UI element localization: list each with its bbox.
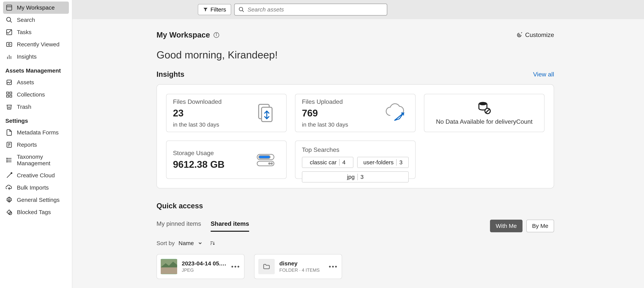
chip-divider bbox=[396, 159, 396, 166]
filter-icon bbox=[203, 7, 208, 12]
card-sub: in the last 30 days bbox=[302, 121, 348, 128]
more-icon[interactable]: ••• bbox=[231, 263, 240, 270]
topbar: Filters bbox=[72, 0, 644, 19]
filters-label: Filters bbox=[210, 6, 226, 13]
filters-button[interactable]: Filters bbox=[198, 4, 231, 15]
sidebar-item-reports[interactable]: Reports bbox=[3, 139, 69, 151]
svg-rect-11 bbox=[7, 92, 9, 94]
svg-point-2 bbox=[7, 18, 11, 22]
chip-divider bbox=[358, 174, 358, 180]
insights-panel: Files Downloaded 23 in the last 30 days … bbox=[156, 84, 554, 188]
toggle-with-me[interactable]: With Me bbox=[490, 220, 522, 232]
nodata-label: No Data Available for deliveryCount bbox=[436, 118, 533, 125]
sort-label: Sort by bbox=[156, 240, 175, 246]
svg-point-25 bbox=[7, 160, 7, 160]
sidebar-item-blocked-tags[interactable]: Blocked Tags bbox=[3, 206, 69, 218]
svg-point-37 bbox=[518, 34, 520, 36]
chip-divider bbox=[339, 159, 340, 166]
svg-line-38 bbox=[521, 32, 522, 33]
quick-items: 2023-04-14 05.1… JPEG ••• disney FOLDER … bbox=[156, 254, 554, 279]
sidebar-item-label: Assets bbox=[17, 79, 34, 86]
main: Filters My Workspace Customize Goo bbox=[72, 0, 644, 288]
svg-point-29 bbox=[8, 199, 10, 201]
svg-rect-46 bbox=[259, 155, 270, 159]
gear-icon bbox=[6, 196, 13, 203]
sidebar-item-insights[interactable]: Insights bbox=[3, 51, 69, 63]
sidebar-item-myworkspace[interactable]: My Workspace bbox=[3, 2, 69, 14]
sidebar-item-creative-cloud[interactable]: Creative Cloud bbox=[3, 169, 69, 181]
info-icon[interactable] bbox=[213, 32, 220, 38]
search-wrap[interactable] bbox=[234, 4, 387, 16]
customize-label: Customize bbox=[525, 32, 554, 39]
sidebar-item-taxonomy[interactable]: Taxonomy Management bbox=[3, 151, 69, 169]
search-input[interactable] bbox=[248, 6, 383, 13]
svg-point-36 bbox=[216, 34, 217, 34]
card-value: 23 bbox=[173, 108, 222, 119]
creative-icon bbox=[6, 172, 13, 179]
svg-rect-13 bbox=[7, 95, 9, 97]
sidebar-item-general-settings[interactable]: General Settings bbox=[3, 194, 69, 206]
sidebar-item-search[interactable]: Search bbox=[3, 14, 69, 26]
sidebar-item-trash[interactable]: Trash bbox=[3, 101, 69, 113]
toggle-by-me[interactable]: By Me bbox=[526, 220, 554, 232]
sort-direction-icon[interactable] bbox=[210, 240, 215, 246]
chevron-down-icon[interactable] bbox=[198, 241, 202, 246]
svg-line-31 bbox=[10, 212, 11, 214]
card-files-downloaded[interactable]: Files Downloaded 23 in the last 30 days bbox=[166, 94, 286, 132]
tasks-icon bbox=[6, 29, 13, 36]
item-thumbnail bbox=[258, 259, 275, 274]
search-chip[interactable]: classic car 4 bbox=[302, 157, 354, 168]
card-files-uploaded[interactable]: Files Uploaded 769 in the last 30 days bbox=[295, 94, 416, 132]
svg-point-24 bbox=[7, 158, 7, 159]
content: My Workspace Customize Good morning, Kir… bbox=[72, 19, 644, 279]
svg-rect-10 bbox=[7, 80, 12, 85]
chip-term: jpg bbox=[347, 174, 355, 180]
blocked-icon bbox=[6, 209, 13, 216]
sidebar-item-label: Bulk Imports bbox=[17, 184, 49, 191]
card-top-searches[interactable]: Top Searches classic car 4 user-folders … bbox=[295, 141, 416, 179]
item-title: disney bbox=[279, 260, 324, 267]
recent-icon bbox=[6, 41, 13, 48]
storage-icon bbox=[253, 146, 280, 173]
sidebar-item-label: Recently Viewed bbox=[17, 41, 60, 48]
metadata-icon bbox=[6, 129, 13, 136]
tab-pinned[interactable]: My pinned items bbox=[156, 220, 201, 232]
chip-count: 4 bbox=[342, 159, 346, 166]
sidebar-item-tasks[interactable]: Tasks bbox=[3, 26, 69, 38]
more-icon[interactable]: ••• bbox=[329, 263, 338, 270]
quick-access-title: Quick access bbox=[156, 202, 554, 210]
sort-value[interactable]: Name bbox=[178, 240, 194, 246]
insights-icon bbox=[6, 53, 13, 60]
card-nodata[interactable]: No Data Available for deliveryCount bbox=[424, 94, 544, 132]
insights-title: Insights bbox=[156, 70, 184, 79]
customize-button[interactable]: Customize bbox=[516, 32, 554, 39]
sidebar-item-label: Tasks bbox=[17, 29, 32, 36]
quick-tabs: My pinned items Shared items bbox=[156, 220, 249, 232]
sidebar-item-label: Insights bbox=[17, 54, 36, 60]
sidebar-item-bulk-imports[interactable]: Bulk Imports bbox=[3, 181, 69, 194]
card-storage[interactable]: Storage Usage 9612.38 GB bbox=[166, 141, 286, 179]
search-chip[interactable]: jpg 3 bbox=[302, 171, 409, 182]
sidebar-item-collections[interactable]: Collections bbox=[3, 89, 69, 101]
view-all-link[interactable]: View all bbox=[533, 71, 554, 78]
chip-count: 3 bbox=[399, 159, 402, 166]
sidebar-item-metadata-forms[interactable]: Metadata Forms bbox=[3, 126, 69, 139]
tab-shared[interactable]: Shared items bbox=[211, 220, 249, 232]
svg-rect-12 bbox=[10, 92, 12, 94]
sidebar-item-label: Blocked Tags bbox=[17, 209, 51, 215]
item-card[interactable]: disney FOLDER · 4 ITEMS ••• bbox=[254, 254, 342, 279]
sidebar-item-label: General Settings bbox=[17, 197, 60, 203]
sidebar-item-recently-viewed[interactable]: Recently Viewed bbox=[3, 38, 69, 51]
sidebar-item-label: Taxonomy Management bbox=[17, 154, 66, 167]
item-card[interactable]: 2023-04-14 05.1… JPEG ••• bbox=[156, 254, 244, 279]
svg-point-49 bbox=[268, 163, 270, 164]
bulkimport-icon bbox=[6, 184, 13, 191]
sidebar-item-label: Collections bbox=[17, 91, 45, 98]
greeting: Good morning, Kirandeep! bbox=[156, 49, 554, 61]
item-title: 2023-04-14 05.1… bbox=[182, 260, 226, 267]
search-chip[interactable]: user-folders 3 bbox=[357, 157, 409, 168]
svg-rect-55 bbox=[161, 267, 177, 274]
svg-point-48 bbox=[271, 163, 272, 164]
card-value: 769 bbox=[302, 108, 348, 119]
sidebar-item-assets[interactable]: Assets bbox=[3, 76, 69, 89]
